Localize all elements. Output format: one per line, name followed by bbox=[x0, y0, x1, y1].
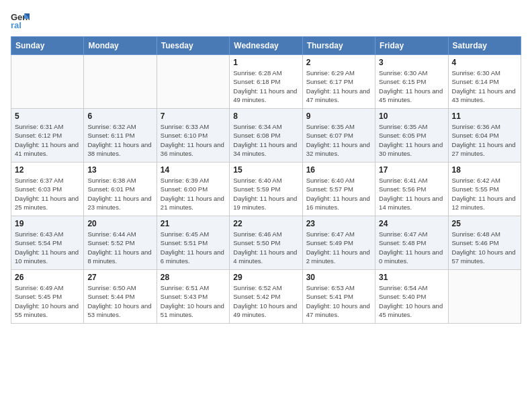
calendar-cell bbox=[448, 270, 521, 324]
calendar-cell: 13Sunrise: 6:38 AM Sunset: 6:01 PM Dayli… bbox=[84, 163, 157, 216]
calendar-cell: 7Sunrise: 6:33 AM Sunset: 6:10 PM Daylig… bbox=[157, 109, 229, 163]
week-row-1: 5Sunrise: 6:31 AM Sunset: 6:12 PM Daylig… bbox=[11, 109, 521, 163]
calendar-cell: 22Sunrise: 6:46 AM Sunset: 5:50 PM Dayli… bbox=[230, 216, 302, 270]
day-info: Sunrise: 6:44 AM Sunset: 5:52 PM Dayligh… bbox=[87, 230, 152, 265]
week-row-3: 19Sunrise: 6:43 AM Sunset: 5:54 PM Dayli… bbox=[11, 216, 521, 270]
calendar-cell: 16Sunrise: 6:40 AM Sunset: 5:57 PM Dayli… bbox=[302, 163, 375, 216]
logo: Gene ral bbox=[11, 11, 32, 30]
day-info: Sunrise: 6:51 AM Sunset: 5:43 PM Dayligh… bbox=[161, 283, 226, 319]
calendar-cell: 29Sunrise: 6:52 AM Sunset: 5:42 PM Dayli… bbox=[230, 270, 302, 324]
day-info: Sunrise: 6:54 AM Sunset: 5:40 PM Dayligh… bbox=[379, 283, 444, 319]
day-number: 13 bbox=[87, 165, 152, 175]
day-info: Sunrise: 6:40 AM Sunset: 5:59 PM Dayligh… bbox=[233, 176, 298, 212]
day-info: Sunrise: 6:48 AM Sunset: 5:46 PM Dayligh… bbox=[452, 230, 517, 265]
day-number: 15 bbox=[233, 165, 298, 175]
day-info: Sunrise: 6:50 AM Sunset: 5:44 PM Dayligh… bbox=[87, 283, 152, 319]
calendar-cell: 27Sunrise: 6:50 AM Sunset: 5:44 PM Dayli… bbox=[84, 270, 157, 324]
day-info: Sunrise: 6:40 AM Sunset: 5:57 PM Dayligh… bbox=[306, 176, 371, 212]
calendar-cell: 18Sunrise: 6:42 AM Sunset: 5:55 PM Dayli… bbox=[448, 163, 521, 216]
day-number: 4 bbox=[452, 58, 517, 67]
weekday-header-sunday: Sunday bbox=[11, 37, 84, 55]
day-number: 3 bbox=[379, 58, 444, 67]
day-info: Sunrise: 6:46 AM Sunset: 5:50 PM Dayligh… bbox=[233, 230, 298, 265]
day-info: Sunrise: 6:49 AM Sunset: 5:45 PM Dayligh… bbox=[15, 283, 80, 319]
day-info: Sunrise: 6:43 AM Sunset: 5:54 PM Dayligh… bbox=[15, 230, 80, 265]
day-number: 17 bbox=[379, 165, 444, 175]
day-number: 8 bbox=[233, 111, 298, 121]
header: Gene ral bbox=[11, 11, 521, 30]
day-info: Sunrise: 6:41 AM Sunset: 5:56 PM Dayligh… bbox=[379, 176, 444, 212]
day-number: 25 bbox=[452, 219, 517, 228]
day-info: Sunrise: 6:34 AM Sunset: 6:08 PM Dayligh… bbox=[233, 122, 298, 158]
day-info: Sunrise: 6:31 AM Sunset: 6:12 PM Dayligh… bbox=[15, 122, 80, 158]
calendar-cell: 25Sunrise: 6:48 AM Sunset: 5:46 PM Dayli… bbox=[448, 216, 521, 270]
day-number: 12 bbox=[15, 165, 80, 175]
day-info: Sunrise: 6:45 AM Sunset: 5:51 PM Dayligh… bbox=[161, 230, 226, 265]
day-number: 31 bbox=[379, 273, 444, 282]
day-info: Sunrise: 6:47 AM Sunset: 5:49 PM Dayligh… bbox=[306, 230, 371, 265]
calendar-cell: 30Sunrise: 6:53 AM Sunset: 5:41 PM Dayli… bbox=[302, 270, 375, 324]
calendar-cell: 20Sunrise: 6:44 AM Sunset: 5:52 PM Dayli… bbox=[84, 216, 157, 270]
calendar-cell: 8Sunrise: 6:34 AM Sunset: 6:08 PM Daylig… bbox=[230, 109, 302, 163]
calendar-cell: 4Sunrise: 6:30 AM Sunset: 6:14 PM Daylig… bbox=[448, 55, 521, 109]
day-number: 28 bbox=[161, 273, 226, 282]
week-row-4: 26Sunrise: 6:49 AM Sunset: 5:45 PM Dayli… bbox=[11, 270, 521, 324]
week-row-0: 1Sunrise: 6:28 AM Sunset: 6:18 PM Daylig… bbox=[11, 55, 521, 109]
day-info: Sunrise: 6:29 AM Sunset: 6:17 PM Dayligh… bbox=[306, 68, 371, 104]
day-number: 2 bbox=[306, 58, 371, 67]
day-number: 29 bbox=[233, 273, 298, 282]
calendar-cell: 31Sunrise: 6:54 AM Sunset: 5:40 PM Dayli… bbox=[375, 270, 448, 324]
day-info: Sunrise: 6:37 AM Sunset: 6:03 PM Dayligh… bbox=[15, 176, 80, 212]
calendar-cell bbox=[11, 55, 84, 109]
day-info: Sunrise: 6:35 AM Sunset: 6:05 PM Dayligh… bbox=[379, 122, 444, 158]
calendar-cell: 23Sunrise: 6:47 AM Sunset: 5:49 PM Dayli… bbox=[302, 216, 375, 270]
day-info: Sunrise: 6:39 AM Sunset: 6:00 PM Dayligh… bbox=[161, 176, 226, 212]
day-number: 26 bbox=[15, 273, 80, 282]
day-info: Sunrise: 6:28 AM Sunset: 6:18 PM Dayligh… bbox=[233, 68, 298, 104]
calendar-cell: 3Sunrise: 6:30 AM Sunset: 6:15 PM Daylig… bbox=[375, 55, 448, 109]
day-number: 10 bbox=[379, 111, 444, 121]
calendar-cell: 19Sunrise: 6:43 AM Sunset: 5:54 PM Dayli… bbox=[11, 216, 84, 270]
weekday-header-friday: Friday bbox=[375, 37, 448, 55]
day-number: 11 bbox=[452, 111, 517, 121]
calendar-cell: 9Sunrise: 6:35 AM Sunset: 6:07 PM Daylig… bbox=[302, 109, 375, 163]
calendar-cell: 21Sunrise: 6:45 AM Sunset: 5:51 PM Dayli… bbox=[157, 216, 229, 270]
week-row-2: 12Sunrise: 6:37 AM Sunset: 6:03 PM Dayli… bbox=[11, 163, 521, 216]
calendar-cell: 15Sunrise: 6:40 AM Sunset: 5:59 PM Dayli… bbox=[230, 163, 302, 216]
day-number: 5 bbox=[15, 111, 80, 121]
day-number: 1 bbox=[233, 58, 298, 67]
day-number: 6 bbox=[87, 111, 152, 121]
logo-icon: Gene ral bbox=[11, 11, 30, 30]
weekday-header-row: SundayMondayTuesdayWednesdayThursdayFrid… bbox=[11, 37, 521, 55]
day-number: 21 bbox=[161, 219, 226, 228]
calendar-cell: 2Sunrise: 6:29 AM Sunset: 6:17 PM Daylig… bbox=[302, 55, 375, 109]
weekday-header-monday: Monday bbox=[84, 37, 157, 55]
day-number: 19 bbox=[15, 219, 80, 228]
calendar-cell: 14Sunrise: 6:39 AM Sunset: 6:00 PM Dayli… bbox=[157, 163, 229, 216]
day-number: 7 bbox=[161, 111, 226, 121]
calendar-cell: 12Sunrise: 6:37 AM Sunset: 6:03 PM Dayli… bbox=[11, 163, 84, 216]
day-info: Sunrise: 6:52 AM Sunset: 5:42 PM Dayligh… bbox=[233, 283, 298, 319]
day-number: 30 bbox=[306, 273, 371, 282]
calendar-cell: 24Sunrise: 6:47 AM Sunset: 5:48 PM Dayli… bbox=[375, 216, 448, 270]
weekday-header-saturday: Saturday bbox=[448, 37, 521, 55]
day-info: Sunrise: 6:47 AM Sunset: 5:48 PM Dayligh… bbox=[379, 230, 444, 265]
svg-text:ral: ral bbox=[11, 20, 21, 30]
calendar-cell: 6Sunrise: 6:32 AM Sunset: 6:11 PM Daylig… bbox=[84, 109, 157, 163]
day-number: 14 bbox=[161, 165, 226, 175]
calendar-cell: 17Sunrise: 6:41 AM Sunset: 5:56 PM Dayli… bbox=[375, 163, 448, 216]
day-info: Sunrise: 6:38 AM Sunset: 6:01 PM Dayligh… bbox=[87, 176, 152, 212]
calendar-cell: 11Sunrise: 6:36 AM Sunset: 6:04 PM Dayli… bbox=[448, 109, 521, 163]
calendar-cell: 10Sunrise: 6:35 AM Sunset: 6:05 PM Dayli… bbox=[375, 109, 448, 163]
calendar-table: SundayMondayTuesdayWednesdayThursdayFrid… bbox=[11, 36, 521, 324]
day-number: 27 bbox=[87, 273, 152, 282]
day-number: 18 bbox=[452, 165, 517, 175]
weekday-header-tuesday: Tuesday bbox=[157, 37, 229, 55]
day-info: Sunrise: 6:36 AM Sunset: 6:04 PM Dayligh… bbox=[452, 122, 517, 158]
day-info: Sunrise: 6:30 AM Sunset: 6:15 PM Dayligh… bbox=[379, 68, 444, 104]
day-number: 16 bbox=[306, 165, 371, 175]
weekday-header-wednesday: Wednesday bbox=[230, 37, 302, 55]
day-number: 22 bbox=[233, 219, 298, 228]
day-info: Sunrise: 6:32 AM Sunset: 6:11 PM Dayligh… bbox=[87, 122, 152, 158]
day-number: 24 bbox=[379, 219, 444, 228]
